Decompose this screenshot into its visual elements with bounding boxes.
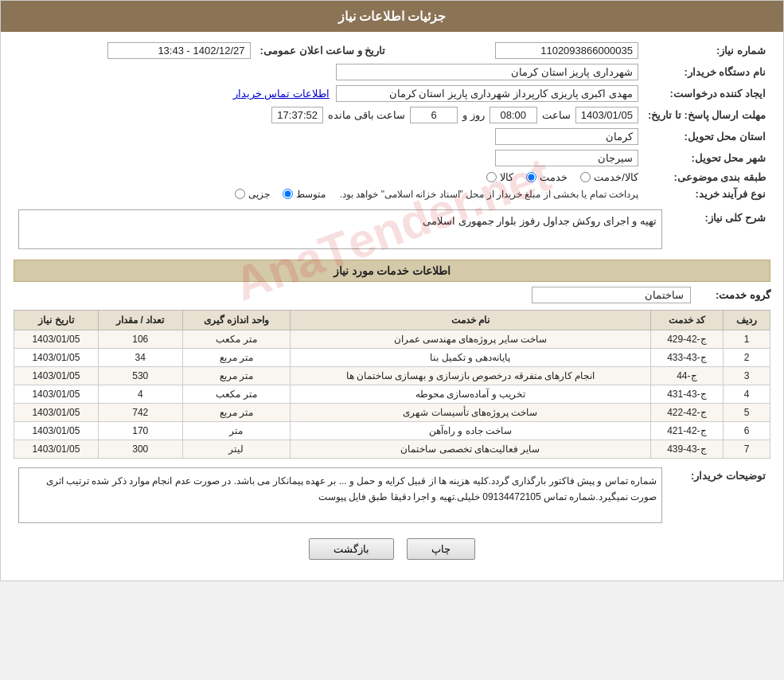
city-value: سیرجان	[495, 150, 638, 166]
cell-name: انجام کارهای متفرقه درخصوص بازسازی و بهس…	[291, 367, 651, 385]
category-option-service[interactable]: خدمت	[526, 171, 568, 183]
cell-qty: 34	[98, 349, 182, 367]
cell-qty: 530	[98, 367, 182, 385]
table-row: 4 ج-43-431 تخریب و آماده‌سازی محوطه متر …	[14, 385, 770, 404]
cell-row: 5	[723, 404, 770, 422]
deadline-remaining-label: ساعت باقی مانده	[328, 109, 405, 121]
category-radio-group: کالا/خدمت خدمت کالا	[18, 171, 638, 183]
table-row: 5 ج-42-422 ساخت پروژه‌های تأسیسات شهری م…	[14, 404, 770, 422]
description-label: شرح کلی نیاز:	[667, 207, 770, 252]
province-value: کرمان	[495, 128, 638, 145]
cell-unit: متر مکعب	[182, 385, 290, 404]
category-label: طبقه بندی موضوعی:	[643, 169, 770, 186]
page-title: جزئیات اطلاعات نیاز	[338, 10, 447, 23]
process-option-medium[interactable]: متوسط	[283, 189, 326, 200]
cell-qty: 170	[98, 422, 182, 440]
cell-name: ساخت جاده و راه‌آهن	[291, 422, 651, 440]
print-button[interactable]: چاپ	[407, 538, 475, 560]
table-row: 6 ج-42-421 ساخت جاده و راه‌آهن متر 170 1…	[14, 422, 770, 440]
table-row: 3 ج-44 انجام کارهای متفرقه درخصوص بازساز…	[14, 367, 770, 385]
date-label: تاریخ و ساعت اعلان عمومی:	[255, 40, 402, 61]
deadline-remaining-value: 17:37:52	[271, 107, 323, 123]
group-label: گروه خدمت:	[691, 289, 770, 301]
cell-code: ج-42-421	[650, 422, 723, 440]
cell-date: 1403/01/05	[14, 349, 99, 367]
buyer-org-value: شهرداری پاریز استان کرمان	[336, 64, 638, 80]
need-number-value: 1102093866000035	[495, 42, 638, 59]
need-number-label: شماره نیاز:	[643, 40, 770, 61]
cell-code: ج-43-431	[650, 385, 723, 404]
creator-link[interactable]: اطلاعات تماس خریدار	[233, 88, 330, 100]
table-row: 2 ج-43-433 پایانه‌دهی و تکمیل بنا متر مر…	[14, 349, 770, 367]
cell-qty: 300	[98, 440, 182, 459]
cell-date: 1403/01/05	[14, 422, 99, 440]
process-option-minor[interactable]: جزیی	[235, 189, 270, 200]
services-section-title: اطلاعات خدمات مورد نیاز	[14, 260, 770, 282]
buyer-org-label: نام دستگاه خریدار:	[643, 61, 770, 83]
col-header-name: نام خدمت	[291, 311, 651, 330]
col-header-unit: واحد اندازه گیری	[182, 311, 290, 330]
page-header: جزئیات اطلاعات نیاز	[1, 1, 783, 32]
cell-date: 1403/01/05	[14, 385, 99, 404]
cell-row: 3	[723, 367, 770, 385]
cell-date: 1403/01/05	[14, 330, 99, 349]
deadline-date-value: 1403/01/05	[575, 107, 638, 123]
category-option-goods-service[interactable]: کالا/خدمت	[580, 171, 638, 183]
cell-row: 6	[723, 422, 770, 440]
date-value: 1402/12/27 - 13:43	[107, 42, 251, 59]
cell-code: ج-42-429	[650, 330, 723, 349]
services-table: ردیف کد خدمت نام خدمت واحد اندازه گیری ت…	[14, 310, 770, 459]
deadline-time-label: ساعت	[542, 109, 571, 121]
cell-qty: 4	[98, 385, 182, 404]
col-header-code: کد خدمت	[650, 311, 723, 330]
city-label: شهر محل تحویل:	[643, 147, 770, 169]
cell-date: 1403/01/05	[14, 440, 99, 459]
cell-code: ج-43-439	[650, 440, 723, 459]
cell-name: ساخت سایر پروژه‌های مهندسی عمران	[291, 330, 651, 349]
deadline-day-label: روز و	[462, 109, 485, 121]
back-button[interactable]: بازگشت	[309, 538, 394, 560]
cell-unit: متر	[182, 422, 290, 440]
deadline-time-value: 08:00	[490, 107, 537, 123]
description-value: تهیه و اجرای روکش جداول رفوز بلوار جمهور…	[18, 209, 662, 249]
category-option-goods[interactable]: کالا	[486, 171, 513, 183]
col-header-qty: تعداد / مقدار	[98, 311, 182, 330]
cell-unit: متر مربع	[182, 367, 290, 385]
cell-code: ج-42-422	[650, 404, 723, 422]
button-row: چاپ بازگشت	[14, 538, 770, 560]
col-header-row: ردیف	[723, 311, 770, 330]
notes-label: توضیحات خریدار:	[667, 465, 770, 526]
cell-code: ج-44	[650, 367, 723, 385]
cell-unit: متر مربع	[182, 349, 290, 367]
col-header-date: تاریخ نیاز	[14, 311, 99, 330]
cell-unit: متر مکعب	[182, 330, 290, 349]
group-value: ساختمان	[532, 287, 691, 303]
cell-name: سایر فعالیت‌های تخصصی ساختمان	[291, 440, 651, 459]
cell-qty: 106	[98, 330, 182, 349]
deadline-label: مهلت ارسال پاسخ: تا تاریخ:	[643, 104, 770, 126]
cell-name: تخریب و آماده‌سازی محوطه	[291, 385, 651, 404]
cell-date: 1403/01/05	[14, 367, 99, 385]
cell-qty: 742	[98, 404, 182, 422]
process-label: نوع فرآیند خرید:	[643, 186, 770, 202]
creator-value: مهدی اکبری پاریزی کارپرداز شهرداری پاریز…	[336, 85, 638, 102]
cell-row: 7	[723, 440, 770, 459]
cell-unit: لیتر	[182, 440, 290, 459]
cell-name: ساخت پروژه‌های تأسیسات شهری	[291, 404, 651, 422]
cell-code: ج-43-433	[650, 349, 723, 367]
deadline-days-value: 6	[410, 107, 458, 123]
process-note: پرداخت تمام یا بخشی از مبلغ خریدار از مح…	[340, 189, 638, 200]
cell-name: پایانه‌دهی و تکمیل بنا	[291, 349, 651, 367]
creator-label: ایجاد کننده درخواست:	[643, 83, 770, 104]
cell-unit: متر مربع	[182, 404, 290, 422]
table-row: 7 ج-43-439 سایر فعالیت‌های تخصصی ساختمان…	[14, 440, 770, 459]
cell-row: 1	[723, 330, 770, 349]
province-label: استان محل تحویل:	[643, 126, 770, 147]
notes-text: شماره تماس و پیش فاکتور بارگذاری گردد.کل…	[18, 467, 662, 523]
cell-row: 2	[723, 349, 770, 367]
cell-row: 4	[723, 385, 770, 404]
table-row: 1 ج-42-429 ساخت سایر پروژه‌های مهندسی عم…	[14, 330, 770, 349]
cell-date: 1403/01/05	[14, 404, 99, 422]
